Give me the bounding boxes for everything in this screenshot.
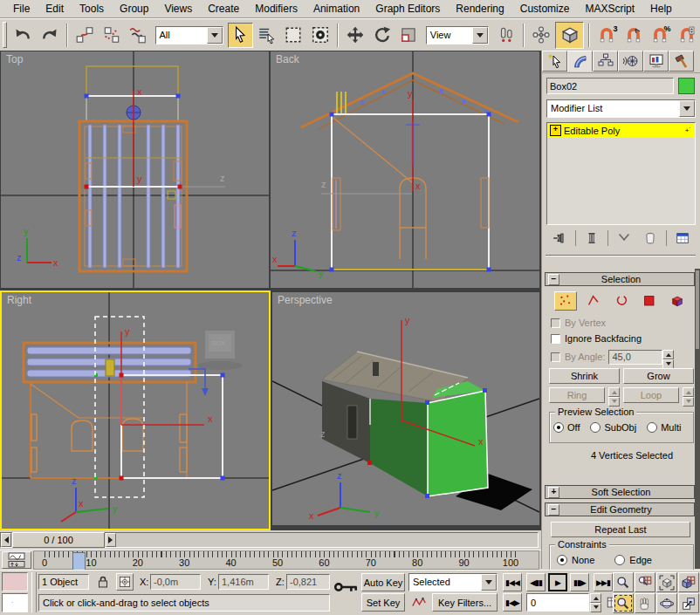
preview-subobj-radio[interactable] [590, 422, 600, 433]
tab-modify[interactable] [567, 51, 593, 72]
make-unique-button[interactable] [614, 229, 635, 247]
shrink-button[interactable]: Shrink [549, 368, 620, 384]
maxscript-listener-white[interactable]: . [2, 593, 28, 612]
ring-spinner[interactable] [608, 387, 620, 403]
object-color-swatch[interactable] [678, 78, 695, 94]
selection-region-button[interactable] [281, 23, 306, 48]
zoom-button[interactable] [613, 572, 634, 592]
constraint-edge-radio[interactable] [614, 555, 625, 565]
select-and-rotate-button[interactable] [370, 23, 395, 48]
viewport-top[interactable]: Top [1, 51, 269, 288]
collapse-icon[interactable]: − [548, 274, 559, 285]
reference-coordinate-dropdown-button[interactable] [472, 27, 488, 44]
zoom-all-button[interactable] [635, 572, 655, 592]
previous-frame-arrow-button[interactable] [1, 533, 11, 547]
grow-button[interactable]: Grow [623, 368, 694, 384]
menu-item-file[interactable]: File [5, 1, 38, 17]
arc-rotate-button[interactable] [656, 593, 677, 613]
set-key-mode-button[interactable] [408, 593, 429, 612]
keyboard-override-toggle[interactable] [333, 577, 360, 597]
preview-multi-radio[interactable] [647, 422, 657, 433]
viewport-back[interactable]: Back [271, 51, 539, 288]
menu-item-edit[interactable]: Edit [38, 1, 72, 17]
set-key-button[interactable]: Set Key [361, 593, 405, 612]
window-crossing-button[interactable] [308, 23, 333, 48]
spinner-snap-button[interactable] [674, 23, 699, 48]
border-subobject-button[interactable] [610, 291, 633, 311]
open-mini-curve-editor-button[interactable] [2, 551, 31, 569]
pan-button[interactable] [635, 593, 655, 613]
snaps-toggle-button[interactable] [555, 22, 583, 49]
menu-item-graph-editors[interactable]: Graph Editors [367, 1, 448, 17]
by-vertex-checkbox[interactable] [551, 318, 560, 328]
rollout-scrollbar[interactable] [695, 269, 700, 569]
tab-motion[interactable] [618, 51, 643, 72]
next-frame-button[interactable]: ▮▮▶ [570, 573, 589, 591]
min-max-toggle-button[interactable] [678, 593, 699, 613]
percent-snap-button[interactable]: % [648, 23, 673, 48]
selection-rollout-header[interactable]: − Selection [545, 272, 695, 286]
repeat-last-button[interactable]: Repeat Last [551, 522, 690, 537]
show-end-result-button[interactable] [581, 229, 602, 247]
configure-modifier-sets-button[interactable] [672, 229, 693, 247]
vertex-subobject-button[interactable] [554, 291, 577, 311]
preview-off-radio[interactable] [553, 422, 564, 433]
bind-to-space-warp-button[interactable] [126, 23, 151, 48]
menu-item-rendering[interactable]: Rendering [448, 1, 511, 17]
modifier-list-combo[interactable]: Modifier List [546, 99, 696, 118]
key-filter-combo[interactable]: Selected [408, 573, 498, 591]
menu-item-animation[interactable]: Animation [305, 1, 367, 17]
scrollbar-thumb[interactable] [696, 270, 699, 349]
select-object-button[interactable] [228, 23, 253, 48]
modifier-stack-item[interactable]: + Editable Poly +˙ [547, 123, 695, 138]
menu-item-customize[interactable]: Customize [512, 1, 578, 17]
viewport-right-active[interactable]: Right BOX [0, 290, 271, 530]
frame-spinner[interactable] [590, 593, 601, 612]
loop-spinner[interactable] [683, 387, 694, 403]
next-frame-arrow-button[interactable] [106, 533, 116, 547]
key-filters-button[interactable]: Key Filters... [432, 593, 498, 612]
angle-snap-button[interactable] [621, 23, 646, 48]
reference-coordinate-combo[interactable]: View [426, 26, 490, 44]
ring-button[interactable]: Ring [549, 387, 605, 403]
menu-item-create[interactable]: Create [200, 1, 247, 17]
remove-modifier-button[interactable] [640, 229, 661, 247]
polygon-subobject-button[interactable] [638, 291, 661, 311]
x-coordinate-field[interactable]: -0,0m [150, 574, 201, 590]
zoom-extents-all-button[interactable] [678, 572, 699, 592]
key-mode-toggle-button[interactable]: ▮◀▶ [503, 593, 522, 612]
constraint-none-radio[interactable] [557, 555, 567, 565]
ignore-backfacing-checkbox[interactable] [551, 334, 560, 344]
edit-geometry-rollout-header[interactable]: − Edit Geometry [545, 502, 695, 516]
by-angle-spinner[interactable] [662, 350, 674, 365]
redo-button[interactable] [37, 23, 62, 48]
tab-create[interactable] [542, 51, 567, 72]
unlink-selection-button[interactable] [100, 23, 125, 48]
menu-item-modifiers[interactable]: Modifiers [247, 1, 305, 17]
tab-hierarchy[interactable] [593, 51, 618, 72]
expand-stack-icon[interactable]: + [550, 125, 561, 136]
zoom-region-button[interactable] [613, 593, 634, 613]
menu-item-maxscript[interactable]: MAXScript [577, 1, 642, 17]
object-name-field[interactable]: Box02 [546, 78, 674, 94]
by-angle-field[interactable]: 45,0 [608, 350, 662, 365]
tab-display[interactable] [643, 51, 669, 72]
menu-item-group[interactable]: Group [112, 1, 156, 17]
key-filter-dropdown-button[interactable] [481, 574, 497, 591]
track-bar-ruler[interactable]: 0102030405060708090100 [33, 550, 539, 570]
absolute-offset-toggle[interactable] [116, 573, 134, 591]
undo-button[interactable] [10, 23, 36, 48]
splitter[interactable] [31, 572, 37, 612]
by-angle-checkbox[interactable] [551, 352, 560, 362]
select-and-manipulate-button[interactable] [529, 23, 554, 48]
track-bar-frame-handle[interactable] [72, 552, 86, 571]
selection-filter-combo[interactable]: All [155, 26, 224, 44]
edge-subobject-button[interactable] [582, 291, 605, 311]
current-frame-field[interactable]: 0 [526, 593, 589, 612]
previous-frame-button[interactable]: ◀▮▮ [526, 573, 546, 591]
go-to-end-button[interactable]: ▶▶▮ [594, 573, 613, 591]
tab-utilities[interactable] [669, 51, 694, 72]
time-slider-handle[interactable]: 0 / 100 [12, 532, 105, 548]
element-subobject-button[interactable] [666, 291, 689, 311]
modifier-list-dropdown-button[interactable] [679, 100, 695, 117]
